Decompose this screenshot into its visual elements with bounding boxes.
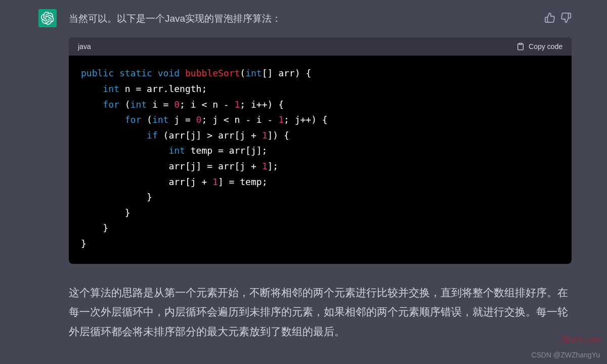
site-watermark: Yuucn.com xyxy=(561,334,601,345)
code-header: java Copy code xyxy=(69,37,572,56)
feedback-actions xyxy=(544,9,572,23)
intro-text: 当然可以。以下是一个Java实现的冒泡排序算法： xyxy=(69,9,534,26)
openai-logo-icon xyxy=(41,12,54,25)
message-content: 当然可以。以下是一个Java实现的冒泡排序算法： java Copy code … xyxy=(69,9,572,342)
assistant-message: 当然可以。以下是一个Java实现的冒泡排序算法： java Copy code … xyxy=(0,0,607,342)
copy-code-label: Copy code xyxy=(529,42,562,51)
author-watermark: CSDN @ZWZhangYu xyxy=(531,351,600,359)
code-language-label: java xyxy=(78,42,91,51)
clipboard-icon xyxy=(516,42,525,51)
thumbs-up-icon[interactable] xyxy=(544,12,555,23)
copy-code-button[interactable]: Copy code xyxy=(516,42,562,51)
thumbs-down-icon[interactable] xyxy=(560,12,572,23)
assistant-avatar xyxy=(38,9,57,27)
code-block: java Copy code public static void bubble… xyxy=(69,37,572,263)
svg-rect-0 xyxy=(519,43,522,45)
explanation-text: 这个算法的思路是从第一个元素开始，不断将相邻的两个元素进行比较并交换，直到将整个… xyxy=(69,283,572,342)
code-content[interactable]: public static void bubbleSort(int[] arr)… xyxy=(69,56,572,263)
